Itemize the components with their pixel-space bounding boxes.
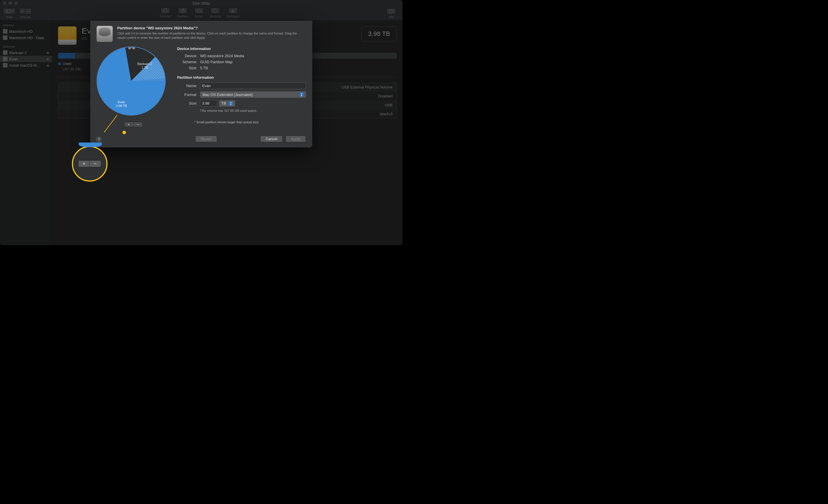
- format-select[interactable]: Mac OS Extended (Journaled) ▲▼: [200, 91, 306, 98]
- pie-label-evan: Evan3.98 TB: [116, 100, 127, 108]
- name-key: Name:: [177, 84, 197, 88]
- app-window: Disk Utility ▾ View + − Volume First Aid: [0, 0, 403, 245]
- format-value: Mac OS Extended (Journaled): [202, 93, 253, 97]
- annotation-circle: + −: [72, 146, 108, 182]
- format-key: Format:: [177, 93, 197, 97]
- help-button[interactable]: ?: [96, 136, 102, 142]
- remove-partition-button[interactable]: −: [133, 122, 142, 127]
- hard-disk-icon: [96, 26, 113, 42]
- psize-key: Size:: [177, 101, 197, 105]
- revert-button[interactable]: Revert: [195, 136, 217, 142]
- resize-handle[interactable]: [163, 70, 166, 73]
- pie-label-backups2: Backups 21 TB: [137, 62, 152, 70]
- apply-button[interactable]: Apply: [286, 136, 306, 142]
- resize-handle[interactable]: [132, 47, 135, 49]
- device-key: Device:: [177, 54, 197, 58]
- partition-size-input[interactable]: [200, 100, 217, 106]
- zoomed-add-button: +: [78, 161, 90, 167]
- partition-add-remove: + −: [124, 122, 142, 127]
- add-partition-button[interactable]: +: [124, 122, 133, 127]
- partition-sheet: Partition device "WD easystore 2624 Medi…: [90, 21, 312, 147]
- resize-handle[interactable]: [128, 47, 131, 49]
- device-value: WD easystore 2624 Media: [200, 54, 244, 58]
- used-space-note: This volume has 187.05 GB used space.: [200, 109, 306, 112]
- device-info-header: Device Information: [177, 47, 306, 51]
- chevron-updown-icon: ▲▼: [299, 92, 303, 97]
- partition-name-input[interactable]: [200, 83, 306, 89]
- size-key: Size:: [177, 66, 197, 70]
- zoomed-remove-button: −: [90, 161, 101, 167]
- annotation-dot: [122, 131, 126, 134]
- zoomed-add-remove: + −: [78, 161, 101, 167]
- size-unit-select[interactable]: TB ▲▼: [219, 100, 235, 106]
- size-value: 5 TB: [200, 66, 208, 70]
- asterisk-marker: *: [131, 46, 132, 49]
- partition-info-header: Partition Information: [177, 75, 306, 80]
- cancel-button[interactable]: Cancel: [260, 136, 283, 142]
- sheet-title: Partition device "WD easystore 2624 Medi…: [117, 26, 306, 30]
- asterisk-note: * Small partition shown larger than actu…: [194, 121, 306, 124]
- size-unit-value: TB: [221, 101, 226, 105]
- sheet-description: Click add (+) to increase the number of …: [117, 31, 306, 40]
- partition-pie[interactable]: Backups 21 TB Evan3.98 TB * + −: [96, 47, 168, 127]
- scheme-value: GUID Partition Map: [200, 60, 233, 64]
- scheme-key: Scheme:: [177, 60, 197, 64]
- chevron-updown-icon: ▲▼: [229, 101, 233, 106]
